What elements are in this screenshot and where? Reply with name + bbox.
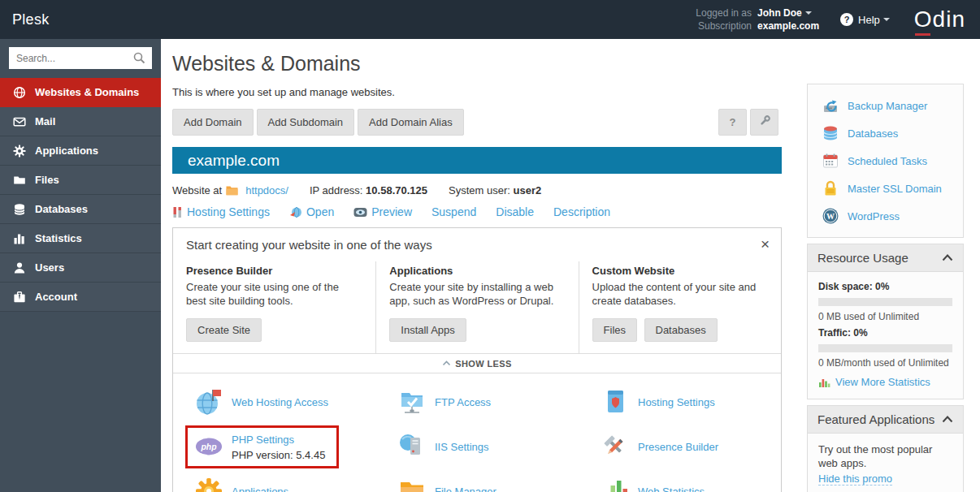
quick-link-wordpress[interactable]: W WordPress <box>808 202 963 230</box>
question-circle-icon: ? <box>840 13 853 26</box>
ftp-access-icon <box>398 388 426 416</box>
tool-applications[interactable]: Applications <box>195 477 398 492</box>
databases-button[interactable]: Databases <box>644 318 718 342</box>
tool-label[interactable]: Hosting Settings <box>638 396 715 408</box>
sidebar-item-label: Websites & Domains <box>35 86 139 98</box>
install-apps-button[interactable]: Install Apps <box>389 318 466 342</box>
odin-logo: Odin <box>914 6 965 32</box>
mail-icon <box>12 114 26 128</box>
quick-link-master-ssl-domain[interactable]: Master SSL Domain <box>808 175 963 202</box>
domain-actions-row: Add Domain Add Subdomain Add Domain Alia… <box>172 109 782 136</box>
quick-link-scheduled-tasks[interactable]: Scheduled Tasks <box>808 147 963 175</box>
sidebar-item-databases[interactable]: Databases <box>0 195 161 224</box>
promo-columns: Presence Builder Create your site using … <box>173 255 781 353</box>
open-site-link[interactable]: Open <box>289 205 334 218</box>
description-link[interactable]: Description <box>553 205 610 218</box>
search-input[interactable] <box>9 47 152 69</box>
featured-applications-panel: Featured Applications Try out the most p… <box>807 405 964 492</box>
files-button[interactable]: Files <box>592 318 637 342</box>
settings-wrench-button[interactable] <box>750 109 778 136</box>
sidebar-item-websites-domains[interactable]: Websites & Domains <box>0 78 161 107</box>
hosting-settings-link[interactable]: Hosting Settings <box>172 205 270 218</box>
create-site-button[interactable]: Create Site <box>186 318 262 342</box>
sidebar-item-account[interactable]: Account <box>0 283 161 312</box>
featured-applications-text: Try out the most popular web apps. <box>818 442 952 470</box>
tool-php-settings[interactable]: php PHP Settings PHP version: 5.4.45 <box>195 425 398 468</box>
help-menu[interactable]: ? Help <box>840 13 890 26</box>
main-content: Websites & Domains This is where you set… <box>161 39 791 492</box>
logged-in-as-label: Logged in as <box>696 7 752 19</box>
tool-web-statistics[interactable]: Web Statistics <box>601 477 705 492</box>
tool-presence-builder[interactable]: Presence Builder <box>601 433 718 460</box>
link-label: Disable <box>496 205 534 218</box>
tool-label[interactable]: File Manager <box>435 486 497 492</box>
promo-col-title: Applications <box>389 265 560 277</box>
traffic-label: Traffic: 0% <box>818 327 952 339</box>
tool-label[interactable]: Web Hosting Access <box>232 396 328 408</box>
subscription-label: Subscription <box>696 20 752 32</box>
resource-usage-panel: Resource Usage Disk space: 0% 0 MB used … <box>807 244 964 399</box>
open-globe-icon <box>289 206 302 218</box>
tool-label[interactable]: FTP Access <box>435 396 491 408</box>
gear-orange-icon <box>195 477 223 492</box>
quick-link-label[interactable]: Databases <box>848 127 898 140</box>
add-domain-button[interactable]: Add Domain <box>172 109 254 136</box>
quick-link-label[interactable]: Master SSL Domain <box>848 183 942 195</box>
close-icon[interactable]: × <box>761 238 770 251</box>
docroot-link[interactable]: httpdocs/ <box>245 184 288 196</box>
ip-value: 10.58.70.125 <box>366 184 427 196</box>
user-menu[interactable]: John Doe <box>757 7 819 19</box>
link-label: Description <box>553 205 610 218</box>
tool-iis-settings[interactable]: IIS Settings <box>398 433 601 460</box>
tools-grid: Web Hosting Access FTP Access Hosting Se… <box>173 373 781 492</box>
tool-web-hosting-access[interactable]: Web Hosting Access <box>195 388 398 416</box>
suspend-link[interactable]: Suspend <box>431 205 476 218</box>
traffic-progressbar <box>818 344 952 352</box>
caret-down-icon <box>883 18 890 21</box>
tool-label[interactable]: IIS Settings <box>435 441 488 453</box>
tool-label[interactable]: Web Statistics <box>638 486 705 492</box>
add-domain-alias-button[interactable]: Add Domain Alias <box>358 109 464 136</box>
tool-ftp-access[interactable]: FTP Access <box>398 388 601 416</box>
promo-col-title: Presence Builder <box>186 265 358 277</box>
quick-link-label[interactable]: WordPress <box>848 210 900 222</box>
featured-applications-header[interactable]: Featured Applications <box>808 406 963 434</box>
login-info: Logged in as John Doe Subscription examp… <box>696 7 819 32</box>
user-name: John Doe <box>757 7 802 19</box>
page-title: Websites & Domains <box>172 52 791 76</box>
tool-hosting-settings[interactable]: Hosting Settings <box>601 388 715 416</box>
quick-links-panel: Backup Manager Databases Scheduled Tasks… <box>807 84 964 238</box>
show-less-toggle[interactable]: SHOW LESS <box>173 353 781 373</box>
view-more-statistics-link[interactable]: View More Statistics <box>835 376 930 388</box>
sidebar-item-applications[interactable]: Applications <box>0 136 161 166</box>
sidebar-item-users[interactable]: Users <box>0 253 161 283</box>
hosting-settings-icon <box>601 388 629 416</box>
resource-usage-title: Resource Usage <box>817 251 942 265</box>
sidebar-item-mail[interactable]: Mail <box>0 107 161 136</box>
quick-link-label[interactable]: Scheduled Tasks <box>848 155 927 167</box>
quick-link-backup-manager[interactable]: Backup Manager <box>808 92 963 119</box>
promo-col-text: Create your site by installing a web app… <box>389 280 560 308</box>
resource-usage-header[interactable]: Resource Usage <box>808 244 963 272</box>
quick-link-databases[interactable]: Databases <box>808 119 963 147</box>
tool-file-manager[interactable]: File Manager <box>398 477 601 492</box>
tool-label[interactable]: Presence Builder <box>638 441 718 453</box>
quick-link-label[interactable]: Backup Manager <box>848 100 927 112</box>
calendar-icon <box>822 152 839 170</box>
sidebar-item-label: Files <box>35 174 59 186</box>
sidebar-item-statistics[interactable]: Statistics <box>0 224 161 253</box>
sidebar-item-label: Users <box>35 261 64 274</box>
disable-link[interactable]: Disable <box>496 205 534 218</box>
tool-label[interactable]: PHP Settings <box>232 434 294 446</box>
tool-label[interactable]: Applications <box>232 486 288 492</box>
add-subdomain-button[interactable]: Add Subdomain <box>257 109 355 136</box>
domain-links-row: Hosting Settings Open Preview Suspend Di… <box>172 205 791 218</box>
link-label: Open <box>306 205 334 218</box>
help-button[interactable]: ? <box>718 109 747 136</box>
subscription-name: example.com <box>757 20 819 32</box>
sidebar-item-files[interactable]: Files <box>0 166 161 195</box>
view-more-statistics[interactable]: View More Statistics <box>818 376 952 388</box>
preview-link[interactable]: Preview <box>353 205 412 218</box>
search-icon[interactable] <box>133 52 145 67</box>
hide-this-promo-link[interactable]: Hide this promo <box>818 473 892 486</box>
